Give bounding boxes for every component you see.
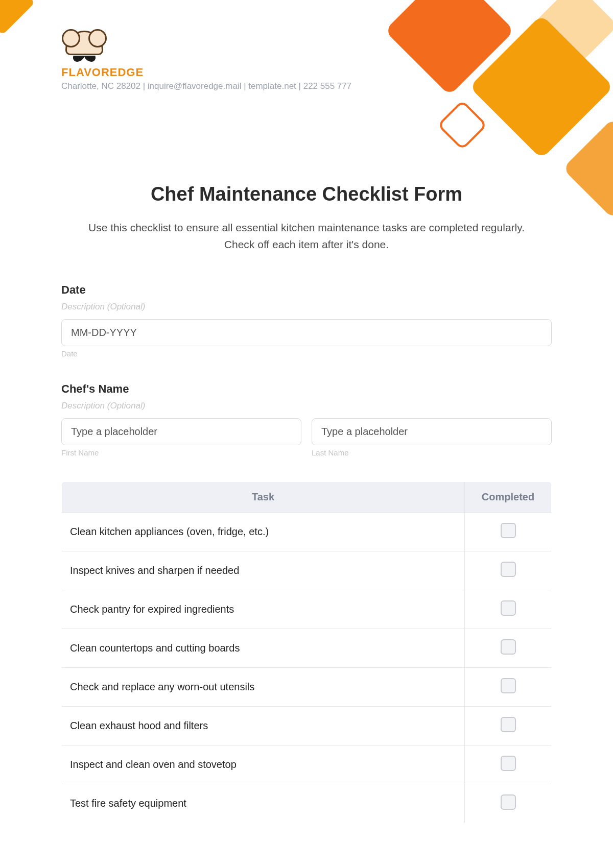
field-chef-name: Chef's Name Description (Optional) First… — [61, 382, 552, 457]
completed-cell — [465, 707, 552, 745]
header: FLAVOREDGE Charlotte, NC 28202 | inquire… — [0, 0, 613, 91]
page-title: Chef Maintenance Checklist Form — [61, 183, 552, 205]
table-row: Inspect knives and sharpen if needed — [62, 551, 552, 590]
task-cell: Inspect knives and sharpen if needed — [62, 551, 465, 590]
completed-cell — [465, 513, 552, 551]
completed-cell — [465, 668, 552, 707]
task-cell: Test fire safety equipment — [62, 784, 465, 823]
table-row: Clean kitchen appliances (oven, fridge, … — [62, 513, 552, 551]
field-date: Date Description (Optional) Date — [61, 283, 552, 358]
task-checkbox[interactable] — [501, 639, 516, 655]
table-row: Clean exhaust hood and filters — [62, 707, 552, 745]
completed-cell — [465, 590, 552, 629]
task-checkbox[interactable] — [501, 562, 516, 577]
completed-cell — [465, 629, 552, 668]
task-cell: Clean kitchen appliances (oven, fridge, … — [62, 513, 465, 551]
chef-name-description: Description (Optional) — [61, 401, 552, 411]
task-checkbox[interactable] — [501, 523, 516, 538]
task-cell: Check and replace any worn-out utensils — [62, 668, 465, 707]
checklist-table: Task Completed Clean kitchen appliances … — [61, 481, 552, 823]
table-row: Inspect and clean oven and stovetop — [62, 745, 552, 784]
table-row: Check pantry for expired ingredients — [62, 590, 552, 629]
table-row: Test fire safety equipment — [62, 784, 552, 823]
last-name-input[interactable] — [312, 418, 552, 445]
first-name-caption: First Name — [61, 448, 301, 457]
last-name-caption: Last Name — [312, 448, 552, 457]
first-name-input[interactable] — [61, 418, 301, 445]
logo: FLAVOREDGE Charlotte, NC 28202 | inquire… — [61, 31, 613, 91]
completed-cell — [465, 784, 552, 823]
date-input[interactable] — [61, 319, 552, 346]
task-cell: Clean countertops and cutting boards — [62, 629, 465, 668]
task-checkbox[interactable] — [501, 756, 516, 771]
brand-contact: Charlotte, NC 28202 | inquire@flavoredge… — [61, 81, 351, 91]
task-checkbox[interactable] — [501, 678, 516, 693]
brand-name: FLAVOREDGE — [61, 66, 144, 79]
task-checkbox[interactable] — [501, 600, 516, 616]
task-cell: Check pantry for expired ingredients — [62, 590, 465, 629]
task-checkbox[interactable] — [501, 717, 516, 732]
form-content: Chef Maintenance Checklist Form Use this… — [0, 91, 613, 823]
chef-hat-icon — [61, 31, 107, 64]
task-checkbox[interactable] — [501, 794, 516, 810]
table-row: Clean countertops and cutting boards — [62, 629, 552, 668]
date-caption: Date — [61, 349, 552, 358]
task-cell: Clean exhaust hood and filters — [62, 707, 465, 745]
col-task: Task — [62, 482, 465, 513]
date-label: Date — [61, 283, 552, 297]
completed-cell — [465, 745, 552, 784]
task-cell: Inspect and clean oven and stovetop — [62, 745, 465, 784]
completed-cell — [465, 551, 552, 590]
table-row: Check and replace any worn-out utensils — [62, 668, 552, 707]
page-intro: Use this checklist to ensure all essenti… — [79, 220, 534, 253]
col-completed: Completed — [465, 482, 552, 513]
date-description: Description (Optional) — [61, 302, 552, 312]
chef-name-label: Chef's Name — [61, 382, 552, 396]
